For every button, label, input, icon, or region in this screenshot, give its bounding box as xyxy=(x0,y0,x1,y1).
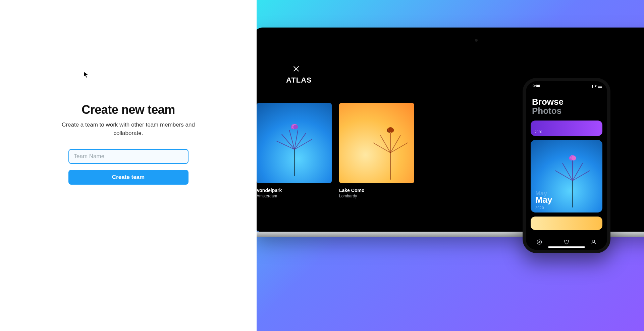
phone-card-list: 2020 May May 2020 xyxy=(526,116,607,230)
left-panel: Create new team Create a team to work wi… xyxy=(0,0,257,331)
tablet-card[interactable]: Lake Como Lombardy xyxy=(339,103,414,198)
page-root: Create new team Create a team to work wi… xyxy=(0,0,644,331)
create-team-form: Create new team Create a team to work wi… xyxy=(35,103,222,184)
cursor-icon xyxy=(84,72,88,78)
signal-icon: ▮ xyxy=(591,84,593,88)
battery-icon: ▬ xyxy=(598,84,602,88)
heart-icon[interactable] xyxy=(564,239,570,245)
close-icon[interactable] xyxy=(292,65,300,74)
tablet-card-row: Vondelpark Amsterdam xyxy=(257,103,414,198)
page-subtitle: Create a team to work with other team me… xyxy=(58,121,199,137)
svg-point-6 xyxy=(593,240,595,242)
team-name-field xyxy=(68,149,189,164)
card-title: Vondelpark xyxy=(257,188,332,193)
tablet-header: ATLAS Search xyxy=(277,48,644,71)
tablet-camera-icon xyxy=(475,39,478,42)
team-name-input[interactable] xyxy=(68,149,189,164)
compass-icon[interactable] xyxy=(536,239,542,245)
wifi-icon: ▾ xyxy=(595,84,597,88)
browse-heading: Browse Photos xyxy=(526,95,607,116)
card-subtitle: Amsterdam xyxy=(257,194,332,198)
card-subtitle: Lombardy xyxy=(339,194,414,198)
status-time: 9:00 xyxy=(533,84,540,88)
card-thumbnail xyxy=(339,103,414,183)
phone-card-low[interactable] xyxy=(531,217,602,230)
user-icon[interactable] xyxy=(591,239,597,245)
card-thumbnail xyxy=(257,103,332,183)
right-hero-panel: ATLAS Search xyxy=(257,0,644,331)
phone-card-big[interactable]: May May 2020 xyxy=(531,140,602,212)
home-indicator xyxy=(548,246,585,248)
phone-card-month: May xyxy=(535,195,552,205)
app-brand: ATLAS xyxy=(286,76,312,85)
create-team-button[interactable]: Create team xyxy=(68,170,189,185)
browse-line2: Photos xyxy=(532,106,601,115)
phone-device: 9:00 ▮ ▾ ▬ Browse Photos 2020 xyxy=(523,78,610,253)
phone-card-year: 2020 xyxy=(535,130,542,134)
browse-line1: Browse xyxy=(532,97,601,106)
phone-card-small[interactable]: 2020 xyxy=(531,121,602,136)
tablet-card[interactable]: Vondelpark Amsterdam xyxy=(257,103,332,198)
phone-card-year: 2020 xyxy=(535,206,544,210)
card-title: Lake Como xyxy=(339,188,414,193)
page-title: Create new team xyxy=(35,103,222,117)
phone-notch xyxy=(546,81,587,89)
svg-marker-5 xyxy=(539,241,540,243)
phone-screen: Browse Photos 2020 xyxy=(526,81,607,250)
